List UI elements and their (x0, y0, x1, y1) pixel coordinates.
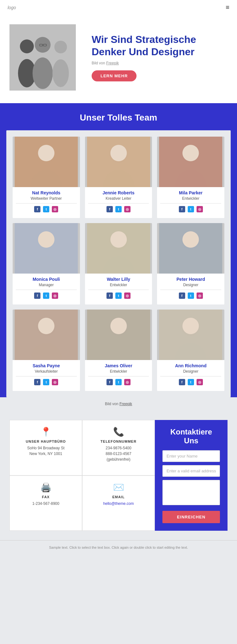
team-card-info: Sasha Payne Verkaufsleiter f t ◎ (13, 360, 80, 391)
card-divider (160, 290, 221, 290)
card-divider (88, 290, 149, 290)
svg-point-25 (38, 231, 54, 248)
twitter-icon[interactable]: t (43, 292, 49, 299)
svg-point-33 (183, 231, 199, 248)
instagram-icon[interactable]: ◎ (52, 379, 58, 385)
team-member-name: Ann Richmond (160, 363, 221, 368)
learn-more-button[interactable]: LERN MEHR (92, 70, 137, 81)
facebook-icon[interactable]: f (179, 206, 185, 212)
team-card-social: f t ◎ (160, 292, 221, 302)
team-section: Unser Tolles Team Nat Reynolds Weltweite… (0, 103, 237, 397)
message-input[interactable] (162, 480, 220, 505)
hero-image-block (9, 24, 82, 91)
facebook-icon[interactable]: f (106, 379, 113, 385)
contact-section: 📍 UNSER HAUPTBÜRO SoHo 94 Broadway StNew… (0, 411, 237, 540)
team-card-photo (85, 223, 152, 274)
card-divider (16, 376, 77, 376)
team-card-social: f t ◎ (160, 379, 221, 388)
phone-box: 📞 TELEFONNUMMER 234-9876-5400 888-0123-4… (82, 420, 155, 476)
instagram-icon[interactable]: ◎ (52, 292, 58, 299)
twitter-icon[interactable]: t (43, 206, 49, 212)
instagram-icon[interactable]: ◎ (197, 292, 203, 299)
name-input[interactable] (162, 450, 220, 462)
instagram-icon[interactable]: ◎ (124, 292, 131, 299)
svg-point-4 (33, 57, 53, 89)
office-box: 📍 UNSER HAUPTBÜRO SoHo 94 Broadway StNew… (9, 420, 82, 476)
phone-icon: 📞 (113, 427, 124, 437)
team-member-role: Designer (160, 369, 221, 374)
svg-point-45 (183, 318, 199, 334)
instagram-icon[interactable]: ◎ (52, 206, 58, 212)
header: logo ≡ (0, 0, 237, 15)
team-card: Peter Howard Designer f t ◎ (157, 223, 224, 304)
team-card: Monica Pouli Manager f t ◎ (13, 223, 80, 304)
team-card-info: James Oliver Entwickler f t ◎ (85, 360, 152, 391)
facebook-icon[interactable]: f (106, 206, 113, 212)
team-member-role: Entwickler (160, 196, 221, 201)
contact-form-wrapper: Kontaktiere Uns EINREICHEN (155, 420, 228, 531)
email-input[interactable] (162, 465, 220, 477)
facebook-icon[interactable]: f (34, 292, 40, 299)
svg-point-13 (38, 145, 54, 161)
footer: Sample text. Click to select the text bo… (0, 540, 237, 554)
team-card-info: Peter Howard Designer f t ◎ (157, 274, 224, 304)
svg-point-29 (110, 231, 127, 248)
email-link[interactable]: hello@theme.com (103, 501, 134, 506)
team-card-photo (13, 310, 80, 360)
office-text: SoHo 94 Broadway StNew York, NY 1001 (27, 445, 64, 457)
facebook-icon[interactable]: f (179, 379, 185, 385)
twitter-icon[interactable]: t (115, 292, 122, 299)
team-member-name: Mila Parker (160, 190, 221, 195)
location-icon: 📍 (40, 427, 52, 437)
facebook-icon[interactable]: f (34, 379, 40, 385)
submit-button[interactable]: EINREICHEN (162, 511, 220, 523)
team-member-name: Sasha Payne (16, 363, 77, 368)
fax-box: 🖨️ FAX 1-234-567-8900 (9, 476, 82, 531)
team-card-social: f t ◎ (160, 206, 221, 216)
team-member-name: Nat Reynolds (16, 190, 77, 195)
team-card-photo (85, 310, 152, 360)
facebook-icon[interactable]: f (34, 206, 40, 212)
instagram-icon[interactable]: ◎ (124, 206, 131, 212)
svg-point-6 (52, 59, 69, 87)
twitter-icon[interactable]: t (188, 292, 194, 299)
twitter-icon[interactable]: t (188, 379, 194, 385)
instagram-icon[interactable]: ◎ (197, 206, 203, 212)
twitter-icon[interactable]: t (188, 206, 194, 212)
hero-text: Wir Sind Strategische Denker Und Designe… (92, 33, 224, 81)
logo: logo (8, 5, 16, 10)
card-divider (160, 203, 221, 204)
team-card-social: f t ◎ (16, 206, 77, 216)
team-member-role: Kreativer Leiter (88, 196, 149, 201)
phone-text: 234-9876-5400 888-0123-4567 (gebührenfre… (106, 445, 131, 462)
fax-label: FAX (42, 495, 50, 499)
hero-credit: Bild von Freepik (92, 61, 224, 65)
svg-point-41 (110, 318, 127, 334)
team-member-name: Jennie Roberts (88, 190, 149, 195)
phone-label: TELEFONNUMMER (100, 440, 137, 443)
team-card-photo (85, 137, 152, 187)
team-card-social: f t ◎ (16, 379, 77, 388)
team-card-photo (157, 223, 224, 274)
twitter-icon[interactable]: t (43, 379, 49, 385)
card-divider (16, 290, 77, 290)
facebook-icon[interactable]: f (179, 292, 185, 299)
instagram-icon[interactable]: ◎ (124, 379, 131, 385)
freepik-link-bottom[interactable]: Freepik (119, 402, 132, 406)
team-card-social: f t ◎ (88, 292, 149, 302)
menu-icon[interactable]: ≡ (226, 4, 229, 11)
svg-point-1 (20, 39, 34, 53)
instagram-icon[interactable]: ◎ (197, 379, 203, 385)
team-grid: Nat Reynolds Weltweiter Partner f t ◎ (13, 137, 224, 391)
fax-text: 1-234-567-8900 (32, 501, 59, 506)
team-card-social: f t ◎ (88, 206, 149, 216)
team-card-photo (13, 223, 80, 274)
team-member-name: Walter Lilly (88, 277, 149, 282)
team-member-role: Verkaufsleiter (16, 369, 77, 374)
team-card-social: f t ◎ (16, 292, 77, 302)
twitter-icon[interactable]: t (115, 206, 122, 212)
twitter-icon[interactable]: t (115, 379, 122, 385)
facebook-icon[interactable]: f (106, 292, 113, 299)
email-text: hello@theme.com (103, 501, 134, 506)
freepik-link[interactable]: Freepik (106, 61, 119, 65)
